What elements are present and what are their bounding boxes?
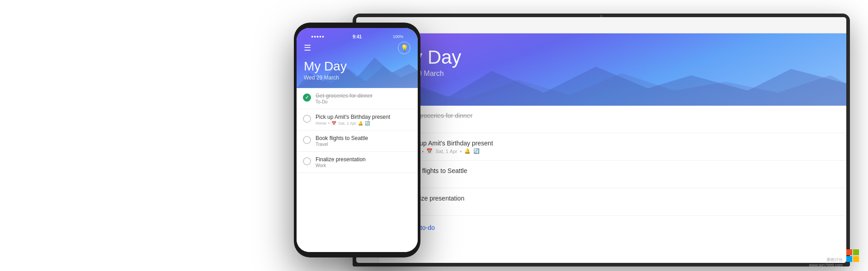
phone-task-title-2: Pick up Amit's Birthday present <box>316 114 411 120</box>
ms-logo-blue <box>846 256 852 262</box>
devices-container: To-Do 🔍 4 3 9 5 11 7 4 <box>294 0 868 271</box>
phone-time: 9:41 <box>353 34 362 39</box>
new-todo-button[interactable]: + New to-do <box>379 216 846 239</box>
phone-task-subtitle-4: Work <box>316 163 411 168</box>
watermark-site: www.win7999.com <box>809 263 843 267</box>
phone-task-title-1: Get groceries for dinner <box>316 93 411 99</box>
phone-task-subtitle-1: To-Do <box>316 99 411 104</box>
myday-header-content: My Day Wed 29 March <box>397 47 828 78</box>
hamburger-menu-icon[interactable]: ☰ <box>304 43 311 53</box>
tablet-content: 🔍 4 3 9 5 11 7 4 <box>356 33 846 263</box>
bullet-2: • <box>422 149 424 154</box>
tablet-task-info-4: Finalize presentation Work <box>406 195 835 209</box>
myday-header: My Day Wed 29 March <box>379 33 846 106</box>
tablet-main: My Day Wed 29 March Get groceries for di… <box>379 33 846 263</box>
phone-task-title-3: Book flights to Seattle <box>316 135 411 141</box>
phone-task-item-1[interactable]: Get groceries for dinner To-Do <box>297 88 418 109</box>
phone-task-checkbox-1[interactable] <box>303 93 311 102</box>
tablet-task-title-1: Get groceries for dinner <box>406 112 835 119</box>
tablet-titlebar: To-Do <box>356 17 846 33</box>
phone-header: ●●●●● 9:41 100% ☰ 💡 My Day Wed 29 March <box>297 28 418 88</box>
phone-task-checkbox-4[interactable] <box>303 157 311 165</box>
phone-screen: ●●●●● 9:41 100% ☰ 💡 My Day Wed 29 March <box>297 28 418 252</box>
recur-icon-2: 🔄 <box>473 148 480 154</box>
bullet-2b: • <box>460 149 462 154</box>
watermark-label: 系统计分 <box>809 257 843 263</box>
phone-status-bar: ●●●●● 9:41 100% <box>304 32 410 42</box>
tablet-task-title-4: Finalize presentation <box>406 195 835 202</box>
tablet-screen: To-Do 🔍 4 3 9 5 11 7 4 <box>356 17 846 263</box>
phone-task-info-1: Get groceries for dinner To-Do <box>316 93 411 104</box>
tablet-task-title-3: Book flights to Seattle <box>406 167 835 174</box>
tablet-app: To-Do 🔍 4 3 9 5 11 7 4 <box>356 17 846 263</box>
tablet-myday-title: My Day <box>397 47 828 68</box>
phone-task-item-4[interactable]: Finalize presentation Work <box>297 152 418 173</box>
tablet-task-subtitle-3: Travel <box>406 175 835 182</box>
phone-task-date-2: Sat, 1 Apr <box>338 121 356 126</box>
tablet-task-info-2: Pick up Amit's Birthday present Home • 📅… <box>406 140 835 154</box>
phone-reminder-icon-2: 🔔 <box>358 121 363 126</box>
phone-task-category-2: Home <box>316 121 326 126</box>
calendar-icon-2: 📅 <box>426 148 433 154</box>
tablet-task-item-1[interactable]: Get groceries for dinner To-Do <box>379 106 846 133</box>
phone-task-checkbox-3[interactable] <box>303 136 311 144</box>
phone-task-info-3: Book flights to Seattle Travel <box>316 135 411 147</box>
suggestions-icon[interactable]: 💡 <box>398 42 410 54</box>
phone-myday-date: Wed 29 March <box>304 75 410 81</box>
phone-header-top: ☰ 💡 <box>304 42 410 54</box>
phone-task-subtitle-3: Travel <box>316 142 411 147</box>
tablet-task-item-4[interactable]: Finalize presentation Work <box>379 188 846 216</box>
phone-app: ●●●●● 9:41 100% ☰ 💡 My Day Wed 29 March <box>297 28 418 252</box>
phone-device: ●●●●● 9:41 100% ☰ 💡 My Day Wed 29 March <box>294 23 420 257</box>
ms-logo-green <box>853 249 859 255</box>
phone-task-list: Get groceries for dinner To-Do Pick up A… <box>297 88 418 252</box>
phone-task-title-4: Finalize presentation <box>316 156 411 163</box>
phone-bullet-2: • <box>328 121 330 126</box>
phone-task-info-2: Pick up Amit's Birthday present Home • 📅… <box>316 114 411 126</box>
phone-myday-title: My Day <box>304 60 410 74</box>
tablet-task-info-1: Get groceries for dinner To-Do <box>406 112 835 126</box>
tablet-task-title-2: Pick up Amit's Birthday present <box>406 140 835 147</box>
tablet-device: To-Do 🔍 4 3 9 5 11 7 4 <box>353 14 850 266</box>
tablet-task-info-3: Book flights to Seattle Travel <box>406 167 835 182</box>
phone-calendar-icon-2: 📅 <box>331 121 336 126</box>
phone-task-info-4: Finalize presentation Work <box>316 156 411 168</box>
phone-battery-label: 100% <box>393 34 403 39</box>
tablet-task-date-2: Sat, 1 Apr <box>435 149 457 154</box>
phone-recur-icon-2: 🔄 <box>365 121 370 126</box>
watermark: 系统计分 www.win7999.com <box>809 257 843 267</box>
phone-task-item-2[interactable]: Pick up Amit's Birthday present Home • 📅… <box>297 109 418 131</box>
tablet-task-subtitle-1: To-Do <box>406 120 835 126</box>
ms-logo-yellow <box>853 256 859 262</box>
reminder-icon-2: 🔔 <box>464 148 471 154</box>
phone-task-item-3[interactable]: Book flights to Seattle Travel <box>297 131 418 152</box>
phone-signal: ●●●●● <box>311 34 325 39</box>
tablet-task-item-3[interactable]: Book flights to Seattle Travel <box>379 161 846 188</box>
tablet-task-meta-2: Home • 📅 Sat, 1 Apr • 🔔 🔄 <box>406 148 835 154</box>
tablet-task-subtitle-4: Work <box>406 203 835 209</box>
tablet-task-list: Get groceries for dinner To-Do Pick up A… <box>379 106 846 263</box>
ms-logo-red <box>846 249 852 255</box>
microsoft-logo <box>846 249 859 262</box>
phone-task-meta-2: Home • 📅 Sat, 1 Apr 🔔 🔄 <box>316 121 411 126</box>
phone-task-checkbox-2[interactable] <box>303 115 311 123</box>
tablet-task-item-2[interactable]: Pick up Amit's Birthday present Home • 📅… <box>379 133 846 161</box>
tablet-myday-date: Wed 29 March <box>397 70 828 78</box>
